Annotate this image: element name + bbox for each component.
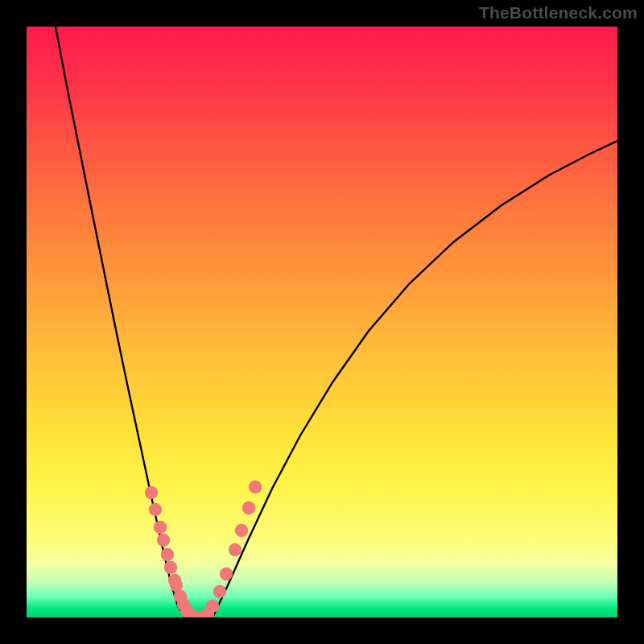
data-point [213, 585, 226, 598]
data-point [170, 579, 183, 592]
data-point [220, 568, 233, 580]
data-point [249, 481, 262, 493]
data-point [161, 548, 174, 561]
data-point [235, 524, 248, 537]
data-point [164, 561, 177, 574]
plot-area [27, 27, 617, 617]
chart-frame: TheBottleneck.com [0, 0, 644, 644]
data-point [242, 502, 255, 514]
data-point [149, 503, 162, 516]
watermark-text: TheBottleneck.com [479, 3, 638, 23]
data-point [206, 600, 219, 613]
data-point [154, 521, 167, 534]
data-point [157, 534, 170, 547]
curve-path [56, 27, 617, 617]
data-point [229, 543, 242, 556]
data-point [145, 486, 158, 499]
bottleneck-curve [27, 27, 617, 617]
